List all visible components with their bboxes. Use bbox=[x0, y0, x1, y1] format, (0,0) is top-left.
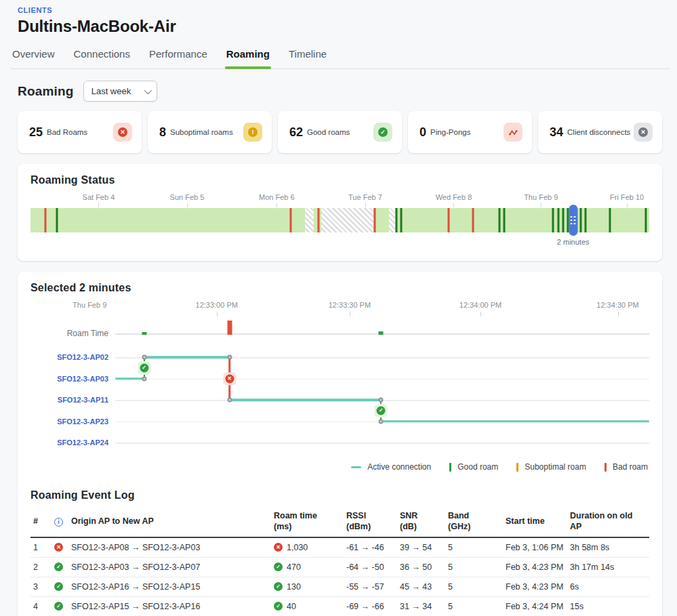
cell-band: 5 bbox=[445, 543, 503, 552]
timeline-good-roam-mark bbox=[504, 208, 506, 232]
timeline-good-roam-mark bbox=[579, 208, 581, 232]
stat-card-bad-roams: 25Bad Roams✕ bbox=[18, 111, 142, 153]
stat-value: 34 bbox=[550, 125, 563, 140]
cell-status: ✕ bbox=[52, 543, 68, 552]
breadcrumb[interactable]: CLIENTS bbox=[18, 6, 659, 14]
timeline-good-roam-mark bbox=[645, 208, 647, 232]
tab-timeline[interactable]: Timeline bbox=[287, 48, 328, 68]
ap-label-sfo12-3-ap24[interactable]: SFO12-3-AP24 bbox=[57, 438, 108, 447]
timeline-day-tick bbox=[627, 203, 628, 207]
legend-item-active-connection: Active connection bbox=[351, 462, 431, 472]
roaming-controls: Roaming Last week bbox=[18, 81, 659, 102]
timeline-good-roam-mark bbox=[562, 208, 565, 232]
cell-duration: 15s bbox=[567, 602, 649, 611]
cell-rssi: -64 → -50 bbox=[344, 562, 397, 572]
col-header-roam_time: Roam time(ms) bbox=[271, 508, 344, 537]
check-circle-icon: ✓ bbox=[140, 363, 148, 372]
tab-performance[interactable]: Performance bbox=[148, 48, 209, 68]
col-header-band: Band(GHz) bbox=[445, 508, 503, 537]
time-axis-tick bbox=[217, 312, 218, 316]
info-icon[interactable]: i bbox=[54, 518, 63, 527]
ap-label-sfo12-3-ap11[interactable]: SFO12-3-AP11 bbox=[58, 396, 108, 404]
legend-bar-icon bbox=[516, 463, 518, 472]
time-axis-label: 12:33:30 PM bbox=[329, 301, 371, 309]
cell-duration: 6s bbox=[567, 582, 649, 592]
cell-start-time: Feb 3, 1:06 PM bbox=[503, 543, 567, 552]
stat-card-good-roams: 62Good roams✓ bbox=[278, 111, 402, 153]
event-log-table: #iOrigin AP to New APRoam time(ms)RSSI(d… bbox=[30, 508, 649, 616]
selected-window-card: Selected 2 minutes Roam TimeSFO12-3-AP02… bbox=[18, 272, 662, 616]
col-header-index: # bbox=[30, 514, 52, 531]
stat-value: 25 bbox=[29, 125, 43, 140]
ap-node bbox=[142, 376, 146, 381]
roam-time-bar bbox=[227, 321, 232, 335]
timeline-day-label: Fri Feb 10 bbox=[610, 193, 644, 201]
time-axis-label: Thu Feb 9 bbox=[73, 301, 106, 309]
active-connection-segment bbox=[381, 420, 649, 423]
event-log-title: Roaming Event Log bbox=[30, 489, 649, 501]
roam-time-value: 130 bbox=[287, 582, 301, 592]
timeline-disconnect-gap bbox=[305, 208, 314, 232]
time-range-select[interactable]: Last week bbox=[83, 81, 157, 102]
tab-roaming[interactable]: Roaming bbox=[225, 48, 271, 68]
x-circle-icon: ✕ bbox=[54, 543, 63, 552]
cell-start-time: Feb 3, 4:24 PM bbox=[503, 602, 567, 611]
check-circle-icon: ✓ bbox=[54, 582, 63, 591]
cell-roam-time: ✓470 bbox=[271, 562, 344, 572]
cell-path: SFO12-3-AP08 → SFO12-3-AP03 bbox=[68, 543, 271, 552]
col-header-rssi: RSSI(dBm) bbox=[344, 508, 397, 537]
timeline-bar[interactable]: 2 minutes bbox=[30, 208, 649, 232]
ap-row-baseline bbox=[115, 379, 649, 380]
legend-label: Bad roam bbox=[613, 462, 648, 472]
timeline-bad-roam-mark bbox=[290, 208, 292, 232]
tab-connections[interactable]: Connections bbox=[73, 48, 131, 68]
stat-card-suboptimal-roams: 8Suboptimal roams! bbox=[148, 111, 272, 153]
col-header-label: SNR bbox=[400, 510, 441, 521]
page-header: CLIENTS Dultins-MacBook-Air bbox=[0, 0, 677, 36]
col-header-unit: (ms) bbox=[274, 521, 340, 532]
ap-label-sfo12-3-ap03[interactable]: SFO12-3-AP03 bbox=[57, 375, 108, 383]
timeline-day-label: Sat Feb 4 bbox=[83, 193, 115, 201]
cell-band: 5 bbox=[445, 602, 503, 611]
col-header-unit: (GHz) bbox=[448, 521, 499, 532]
cell-index: 1 bbox=[30, 543, 52, 552]
col-header-label: Origin AP to New AP bbox=[71, 516, 267, 527]
cell-roam-time: ✓40 bbox=[271, 602, 344, 611]
active-connection-segment bbox=[230, 398, 382, 401]
ping-pong-icon bbox=[508, 127, 518, 138]
col-header-label: RSSI bbox=[346, 510, 393, 521]
cell-snr: 39 → 54 bbox=[397, 543, 445, 552]
timeline-day-label: Wed Feb 8 bbox=[436, 193, 472, 201]
stat-badge: ✕ bbox=[113, 123, 132, 142]
timeline-selection-label: 2 minutes bbox=[557, 238, 590, 246]
timeline-selection-handle[interactable] bbox=[569, 205, 577, 236]
bad-roam-badge: ✕ bbox=[223, 372, 236, 385]
ap-label-sfo12-3-ap23[interactable]: SFO12-3-AP23 bbox=[57, 417, 108, 426]
roaming-status-card: Roaming Status Sat Feb 4Sun Feb 5Mon Feb… bbox=[18, 164, 662, 261]
ap-node bbox=[227, 355, 232, 360]
cell-snr: 31 → 34 bbox=[397, 602, 445, 611]
cell-path: SFO12-3-AP16 → SFO12-3-AP15 bbox=[68, 582, 271, 592]
col-header-start: Start time bbox=[503, 514, 567, 531]
col-header-label: Duration on old AP bbox=[570, 510, 645, 533]
timeline-bad-roam-mark bbox=[373, 208, 375, 232]
tab-overview[interactable]: Overview bbox=[11, 48, 56, 68]
page-title: Dultins-MacBook-Air bbox=[18, 17, 659, 36]
legend-item-suboptimal-roam: Suboptimal roam bbox=[516, 462, 586, 472]
stat-value: 0 bbox=[419, 125, 426, 140]
timeline-day-tick bbox=[276, 203, 277, 207]
timeline-good-roam-mark bbox=[609, 208, 611, 232]
chart-plot-area: Thu Feb 912:33:00 PM12:33:30 PM12:34:00 … bbox=[115, 298, 649, 455]
handle-dots-icon bbox=[571, 216, 576, 225]
timeline-good-roam-mark bbox=[552, 208, 554, 232]
timeline-day-label: Sun Feb 5 bbox=[170, 193, 205, 201]
stat-label: Client disconnects bbox=[567, 128, 630, 136]
good-roam-icon: ✓ bbox=[378, 127, 388, 137]
ap-label-sfo12-3-ap02[interactable]: SFO12-3-AP02 bbox=[57, 353, 108, 361]
roam-chart: Roam TimeSFO12-3-AP02SFO12-3-AP03SFO12-3… bbox=[30, 298, 649, 455]
timeline-good-roam-mark bbox=[395, 208, 397, 232]
cell-rssi: -55 → -57 bbox=[344, 582, 397, 592]
ap-row-baseline bbox=[115, 443, 649, 444]
disconnect-icon: ✕ bbox=[638, 127, 648, 137]
col-header-duration: Duration on old AP bbox=[567, 508, 649, 537]
